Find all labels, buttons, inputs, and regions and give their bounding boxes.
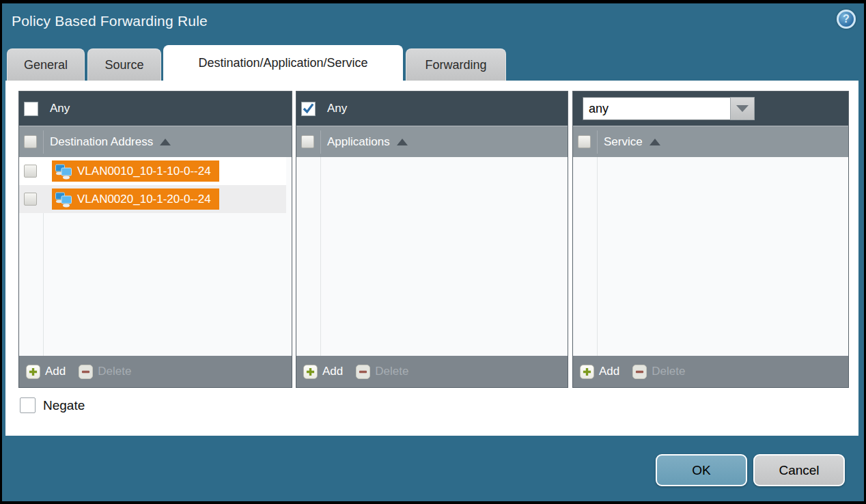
destination-address-list: VLAN0010_10-1-10-0--24 xyxy=(19,157,292,356)
delete-button[interactable]: Delete xyxy=(652,365,685,378)
service-dropdown-bar: any xyxy=(573,92,848,126)
address-object-chip[interactable]: VLAN0010_10-1-10-0--24 xyxy=(52,160,219,182)
add-button[interactable]: Add xyxy=(322,365,343,378)
delete-icon[interactable] xyxy=(632,365,647,379)
destination-footer-bar: Add Delete xyxy=(19,356,292,387)
add-button[interactable]: Add xyxy=(45,365,66,378)
add-icon[interactable] xyxy=(26,365,40,379)
add-icon[interactable] xyxy=(303,365,318,379)
tab-general[interactable]: General xyxy=(7,48,85,81)
sort-ascending-icon xyxy=(397,139,408,145)
row-checkbox[interactable] xyxy=(24,193,37,206)
applications-footer-bar: Add Delete xyxy=(296,356,568,387)
destination-any-label: Any xyxy=(50,102,70,115)
service-column: any Service xyxy=(572,91,849,388)
table-row[interactable]: VLAN0020_10-1-20-0--24 xyxy=(19,185,286,213)
service-list xyxy=(573,157,848,356)
destination-address-header-label: Destination Address xyxy=(50,135,153,149)
delete-icon[interactable] xyxy=(79,365,93,379)
network-address-icon xyxy=(55,191,72,208)
delete-button[interactable]: Delete xyxy=(375,365,408,378)
tab-content-panel: Any Destination Address xyxy=(5,81,858,436)
negate-label: Negate xyxy=(43,398,85,413)
negate-option: Negate xyxy=(20,397,85,413)
tab-forwarding[interactable]: Forwarding xyxy=(406,48,506,81)
destination-address-column-header[interactable]: Destination Address xyxy=(19,126,292,157)
policy-based-forwarding-dialog: Policy Based Forwarding Rule ? General S… xyxy=(0,0,866,504)
address-object-label: VLAN0020_10-1-20-0--24 xyxy=(77,193,211,206)
service-dropdown-value[interactable]: any xyxy=(583,97,730,120)
applications-header-label: Applications xyxy=(327,135,390,149)
add-icon[interactable] xyxy=(580,365,594,379)
destination-select-all-checkbox[interactable] xyxy=(24,135,37,148)
service-dropdown: any xyxy=(583,97,755,120)
network-address-icon xyxy=(55,163,72,180)
service-footer-bar: Add Delete xyxy=(573,356,848,387)
cancel-button[interactable]: Cancel xyxy=(753,454,845,486)
address-object-chip[interactable]: VLAN0020_10-1-20-0--24 xyxy=(52,188,219,210)
applications-column: Any Applications Add xyxy=(296,91,568,388)
checkmark-icon xyxy=(302,101,315,116)
help-icon[interactable]: ? xyxy=(837,10,856,29)
destination-address-column: Any Destination Address xyxy=(18,91,292,388)
chevron-down-icon xyxy=(736,105,749,112)
destination-any-checkbox[interactable] xyxy=(24,102,38,116)
columns-container: Any Destination Address xyxy=(18,91,849,388)
sort-ascending-icon xyxy=(650,139,660,145)
applications-list xyxy=(296,157,568,356)
applications-any-label: Any xyxy=(327,102,347,115)
applications-any-bar: Any xyxy=(296,92,568,126)
applications-any-checkbox[interactable] xyxy=(301,102,316,116)
service-select-all-checkbox[interactable] xyxy=(578,135,591,148)
delete-icon[interactable] xyxy=(356,365,370,379)
address-object-label: VLAN0010_10-1-10-0--24 xyxy=(77,165,211,178)
ok-button[interactable]: OK xyxy=(656,454,747,486)
sort-ascending-icon xyxy=(160,139,171,145)
negate-checkbox[interactable] xyxy=(20,397,36,413)
service-header-label: Service xyxy=(604,135,643,149)
dropdown-button[interactable] xyxy=(730,97,755,120)
header-divider xyxy=(597,130,598,154)
row-checkbox[interactable] xyxy=(24,165,37,178)
tab-destination-application-service[interactable]: Destination/Application/Service xyxy=(163,45,403,81)
tab-source[interactable]: Source xyxy=(87,48,161,81)
applications-column-header[interactable]: Applications xyxy=(296,126,568,157)
add-button[interactable]: Add xyxy=(599,365,619,378)
destination-any-bar: Any xyxy=(19,92,292,126)
dialog-title: Policy Based Forwarding Rule xyxy=(12,13,208,29)
table-row[interactable]: VLAN0010_10-1-10-0--24 xyxy=(19,157,286,185)
list-column-divider xyxy=(320,157,321,356)
tab-bar: General Source Destination/Application/S… xyxy=(7,45,506,81)
list-column-divider xyxy=(597,157,598,356)
header-divider xyxy=(43,130,44,154)
service-column-header[interactable]: Service xyxy=(573,126,848,157)
applications-select-all-checkbox[interactable] xyxy=(301,135,314,148)
header-divider xyxy=(320,130,321,154)
delete-button[interactable]: Delete xyxy=(98,365,131,378)
